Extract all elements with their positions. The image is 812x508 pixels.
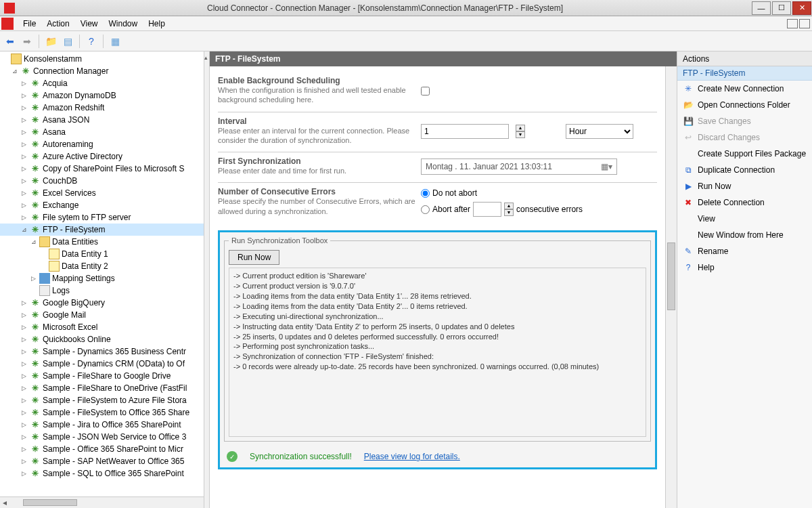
- tree-conn-0[interactable]: ▷✳Acquia: [0, 77, 204, 89]
- refresh-button[interactable]: ▦: [108, 34, 122, 49]
- tree-connection-manager[interactable]: ⊿✳Connection Manager: [0, 65, 204, 77]
- action-duplicate-connection[interactable]: ⧉Duplicate Connection: [677, 162, 812, 178]
- mdi-minimize-button[interactable]: [787, 19, 798, 28]
- menu-action[interactable]: Action: [41, 18, 74, 30]
- tree-data-entity-2[interactable]: Data Entity 2: [0, 260, 204, 272]
- tree-data-entities[interactable]: ⊿Data Entities: [0, 236, 204, 248]
- tree-tail-13[interactable]: ▷✳Sample - SAP NetWeaver to Office 365: [0, 455, 204, 467]
- tree-tail-12[interactable]: ▷✳Sample - Office 365 SharePoint to Micr: [0, 443, 204, 455]
- tree-conn-2[interactable]: ▷✳Amazon Redshift: [0, 102, 204, 114]
- menu-view[interactable]: View: [75, 18, 104, 30]
- tree-conn-8[interactable]: ▷✳CouchDB: [0, 175, 204, 187]
- menu-window[interactable]: Window: [104, 18, 143, 30]
- tree-tail-1[interactable]: ▷✳Google Mail: [0, 309, 204, 321]
- tree-conn-6[interactable]: ▷✳Azure Active Directory: [0, 150, 204, 163]
- sync-log-output[interactable]: -> Current product edition is 'Shareware…: [229, 268, 646, 437]
- run-sync-toolbox: Run Synchronization Toolbox Run Now -> C…: [218, 230, 657, 469]
- tree-root[interactable]: Konsolenstamm: [0, 53, 204, 65]
- tree-conn-3[interactable]: ▷✳Asana JSON: [0, 114, 204, 126]
- bg-sched-desc: When the configuration is finished and w…: [218, 85, 421, 105]
- actions-header: Actions: [677, 51, 812, 66]
- errors-title: Number of Consecutive Errors: [218, 187, 421, 196]
- bg-sched-checkbox[interactable]: [421, 87, 430, 96]
- app-icon: [4, 3, 15, 14]
- tree-conn-9[interactable]: ▷✳Excel Services: [0, 187, 204, 199]
- tree-conn-10[interactable]: ▷✳Exchange: [0, 199, 204, 211]
- window-title: Cloud Connector - Connection Manager - […: [19, 3, 751, 13]
- toolbar: ⬅ ➡ 📁 ▤ ? ▦: [0, 31, 812, 51]
- action-discard-changes: ↩Discard Changes: [677, 129, 812, 146]
- up-button[interactable]: 📁: [43, 34, 58, 49]
- content-vertical-scrollbar[interactable]: [665, 66, 677, 508]
- action-run-now[interactable]: ▶Run Now: [677, 178, 812, 194]
- tree-horizontal-scrollbar[interactable]: ◂: [0, 496, 204, 508]
- tree-conn-5[interactable]: ▷✳Autorenaming: [0, 138, 204, 150]
- forward-button[interactable]: ➡: [20, 34, 35, 49]
- action-save-changes: 💾Save Changes: [677, 113, 812, 129]
- tree-conn-4[interactable]: ▷✳Asana: [0, 126, 204, 138]
- actions-panel: Actions FTP - FileSystem ✳Create New Con…: [677, 51, 812, 508]
- back-button[interactable]: ⬅: [3, 34, 18, 49]
- actions-subheader: FTP - FileSystem: [677, 66, 812, 81]
- splitter[interactable]: ▴: [204, 51, 210, 508]
- tree-tail-6[interactable]: ▷✳Sample - FileShare to Google Drive: [0, 370, 204, 382]
- action-delete-connection[interactable]: ✖Delete Connection: [677, 194, 812, 211]
- tree-data-entity-1[interactable]: Data Entity 1: [0, 248, 204, 260]
- view-log-link[interactable]: Please view log for details.: [364, 452, 460, 461]
- interval-spinner[interactable]: ▲▼: [516, 125, 525, 138]
- firstsync-title: First Synchronization: [218, 156, 421, 166]
- tree-tail-14[interactable]: ▷✳Sample - SQL to Office 365 SharePoint: [0, 467, 204, 480]
- tree-tail-2[interactable]: ▷✳Microsoft Excel: [0, 321, 204, 333]
- interval-unit-select[interactable]: Hour: [566, 124, 633, 139]
- tree-tail-5[interactable]: ▷✳Sample - Dynamics CRM (OData) to Of: [0, 358, 204, 370]
- errors-desc: Please specify the number of Consecutive…: [218, 196, 421, 216]
- action-rename[interactable]: ✎Rename: [677, 243, 812, 259]
- firstsync-desc: Please enter date and time for first run…: [218, 166, 421, 175]
- action-create-new-connection[interactable]: ✳Create New Connection: [677, 81, 812, 97]
- action-view[interactable]: View: [677, 211, 812, 227]
- minimize-button[interactable]: —: [752, 1, 771, 15]
- firstsync-datepicker[interactable]: Montag . 11. Januar 2021 13:03:11 ▦▾: [421, 158, 617, 175]
- content-header: FTP - FileSystem: [210, 51, 677, 66]
- tree-tail-7[interactable]: ▷✳Sample - FileShare to OneDrive (FastFi…: [0, 382, 204, 394]
- menu-file[interactable]: File: [18, 18, 41, 30]
- tree-tail-4[interactable]: ▷✳Sample - Dynamics 365 Business Centr: [0, 345, 204, 358]
- tree-tail-3[interactable]: ▷✳Quickbooks Online: [0, 333, 204, 345]
- tree-tail-8[interactable]: ▷✳Sample - FileSystem to Azure File Stor…: [0, 394, 204, 406]
- maximize-button[interactable]: ☐: [772, 1, 791, 15]
- help-button[interactable]: ?: [84, 34, 99, 49]
- interval-input[interactable]: [421, 124, 509, 139]
- bg-sched-title: Enable Background Scheduling: [218, 76, 421, 85]
- toolbox-legend: Run Synchronization Toolbox: [229, 236, 330, 245]
- interval-desc: Please enter an interval for the current…: [218, 126, 421, 146]
- mdi-restore-button[interactable]: [799, 19, 810, 28]
- tree-tail-9[interactable]: ▷✳Sample - FileSystem to Office 365 Shar…: [0, 406, 204, 419]
- action-new-window-from-here[interactable]: New Window from Here: [677, 227, 812, 243]
- properties-button[interactable]: ▤: [60, 34, 75, 49]
- content-body: Enable Background Scheduling When the co…: [210, 66, 665, 508]
- tree-tail-10[interactable]: ▷✳Sample - Jira to Office 365 SharePoint: [0, 419, 204, 431]
- tree-tail-11[interactable]: ▷✳Sample - JSON Web Service to Office 3: [0, 431, 204, 443]
- tree-mapping-settings[interactable]: ▷Mapping Settings: [0, 272, 204, 284]
- abort-after-input[interactable]: [473, 202, 501, 217]
- tree-view[interactable]: Konsolenstamm⊿✳Connection Manager▷✳Acqui…: [0, 51, 204, 496]
- tree-conn-12[interactable]: ⊿✳FTP - FileSystem: [0, 224, 204, 236]
- action-create-support-files-package[interactable]: Create Support Files Package: [677, 146, 812, 162]
- action-help[interactable]: ?Help: [677, 259, 812, 276]
- titlebar: Cloud Connector - Connection Manager - […: [0, 0, 812, 16]
- menu-help[interactable]: Help: [143, 18, 171, 30]
- success-icon: ✓: [227, 451, 238, 462]
- menubar: File Action View Window Help: [0, 16, 812, 31]
- action-open-connections-folder[interactable]: 📂Open Connections Folder: [677, 97, 812, 113]
- abort-after-radio[interactable]: Abort after ▲▼ consecutive errors: [421, 202, 583, 217]
- run-now-button[interactable]: Run Now: [229, 250, 279, 265]
- abort-after-spinner[interactable]: ▲▼: [504, 203, 514, 216]
- tree-logs[interactable]: Logs: [0, 284, 204, 297]
- close-button[interactable]: ✕: [792, 1, 811, 15]
- tree-conn-7[interactable]: ▷✳Copy of SharePoint Files to Microsoft …: [0, 163, 204, 175]
- status-success-text: Synchronization successfull!: [250, 452, 352, 461]
- tree-conn-11[interactable]: ▷✳File sytem to FTP server: [0, 211, 204, 224]
- tree-tail-0[interactable]: ▷✳Google BigQuery: [0, 297, 204, 309]
- do-not-abort-radio[interactable]: Do not abort: [421, 188, 477, 198]
- tree-conn-1[interactable]: ▷✳Amazon DynamoDB: [0, 89, 204, 102]
